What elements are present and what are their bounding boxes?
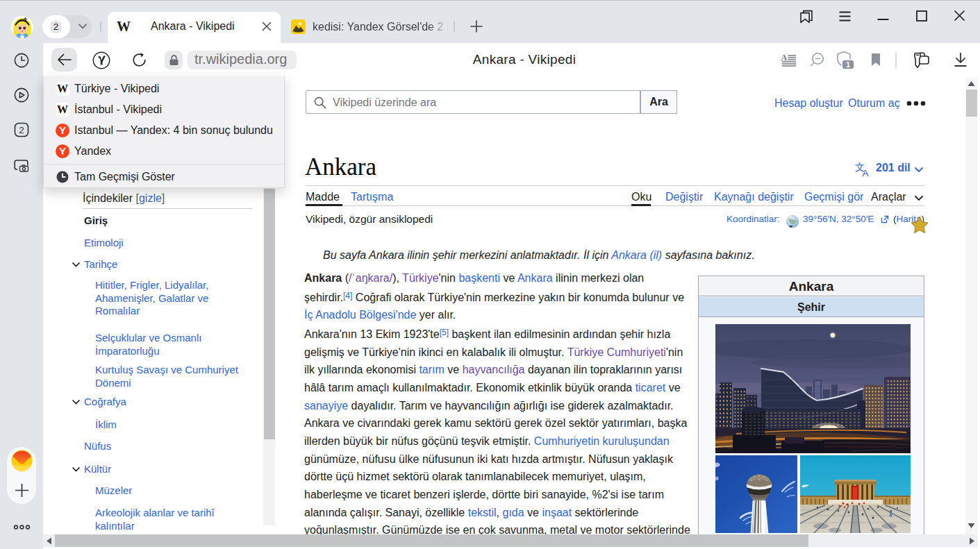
svg-text:2: 2 xyxy=(19,125,24,135)
svg-text:A: A xyxy=(863,168,869,177)
svg-text:1: 1 xyxy=(846,60,850,69)
svg-text:A: A xyxy=(781,53,787,62)
svg-text:2: 2 xyxy=(53,22,59,32)
